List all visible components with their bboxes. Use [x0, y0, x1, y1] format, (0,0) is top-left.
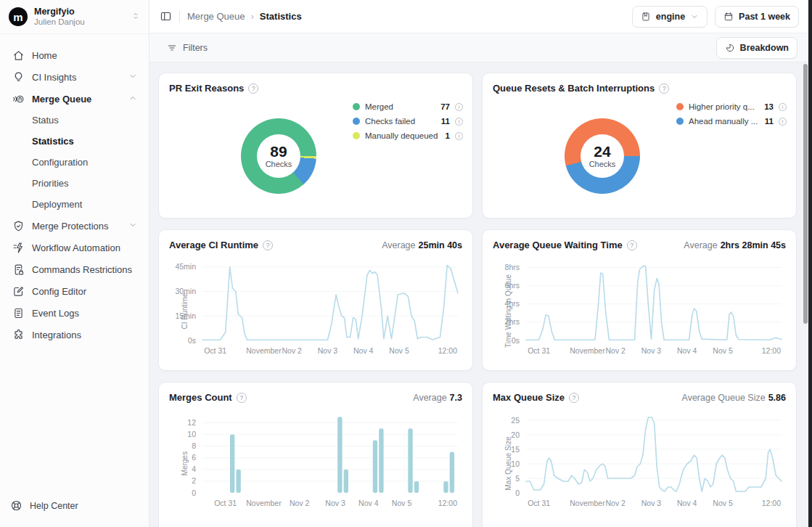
card-title: Max Queue Size — [493, 392, 565, 403]
svg-text:6: 6 — [192, 453, 196, 462]
card-queue-resets: Queue Resets & Batch Interruptions ? 24 … — [482, 73, 797, 218]
home-icon — [12, 49, 25, 62]
sidebar-item-status[interactable]: Status — [6, 110, 143, 131]
panel-icon — [160, 10, 172, 23]
svg-text:Nov 4: Nov 4 — [677, 499, 697, 507]
info-icon[interactable]: i — [455, 118, 463, 126]
card-average-queue-waiting-time: Average Queue Waiting Time ? Average2hrs… — [482, 229, 797, 371]
sidebar-item-integrations[interactable]: Integrations — [6, 324, 143, 346]
sidebar-item-configuration[interactable]: Configuration — [6, 152, 143, 173]
pr-exit-donut-chart[interactable]: 89 Checks — [241, 118, 316, 194]
breadcrumb: Merge Queue › Statistics — [187, 11, 625, 22]
lifebuoy-icon — [10, 499, 23, 512]
info-icon[interactable]: i — [455, 103, 463, 111]
breadcrumb-separator: › — [251, 11, 254, 22]
svg-text:25: 25 — [511, 416, 520, 425]
svg-text:Oct 31: Oct 31 — [528, 346, 550, 355]
topbar: Merge Queue › Statistics engine Past 1 w… — [149, 0, 812, 33]
help-icon[interactable]: ? — [237, 393, 247, 403]
sidebar-item-statistics[interactable]: Statistics — [6, 131, 143, 152]
sidebar-toggle-button[interactable] — [160, 10, 172, 23]
document-lines-icon — [12, 306, 25, 319]
filters-button[interactable]: Filters — [161, 39, 213, 57]
card-title: Average CI Runtime — [169, 240, 258, 250]
sidebar-item-merge-queue[interactable]: Merge Queue — [6, 88, 143, 110]
svg-text:6hrs: 6hrs — [505, 281, 520, 290]
legend-dot — [676, 103, 684, 110]
svg-text:20: 20 — [511, 430, 520, 439]
vertical-scrollbar[interactable] — [803, 64, 808, 324]
legend-item: Manually dequeued 1 i — [353, 128, 463, 143]
divider — [179, 11, 180, 23]
average-value: Average7.3 — [413, 393, 462, 403]
breakdown-button[interactable]: Breakdown — [716, 37, 797, 59]
breadcrumb-merge-queue[interactable]: Merge Queue — [187, 11, 245, 22]
help-icon[interactable]: ? — [659, 83, 669, 94]
queue-select-button[interactable]: engine — [632, 6, 708, 28]
sidebar-item-config-editor[interactable]: Config Editor — [6, 280, 143, 302]
window-edge — [808, 0, 812, 527]
date-range-button[interactable]: Past 1 week — [715, 6, 799, 28]
card-merges-count: Merges Count ? Average7.3 Merges 1210864… — [158, 382, 473, 527]
svg-text:Nov 2: Nov 2 — [282, 346, 302, 355]
svg-text:4: 4 — [192, 465, 196, 473]
sidebar-item-priorities[interactable]: Priorities — [6, 173, 143, 194]
card-pr-exit-reasons: PR Exit Reasons ? 89 Checks Merged — [158, 73, 473, 218]
ci-runtime-line-chart[interactable]: 45min30min15min0sOct 31NovemberNov 2Nov … — [169, 255, 464, 362]
svg-text:8: 8 — [192, 441, 196, 450]
sidebar-item-workflow-automation[interactable]: Workflow Automation — [6, 237, 143, 258]
sidebar-item-home[interactable]: Home — [6, 44, 143, 66]
sidebar-item-commands-restrictions[interactable]: Commands Restrictions — [6, 258, 143, 280]
svg-text:Nov 5: Nov 5 — [392, 499, 412, 507]
sidebar-nav: Home CI Insights Merge Queue Status Stat… — [0, 34, 149, 491]
help-icon[interactable]: ? — [248, 83, 258, 94]
svg-text:Nov 2: Nov 2 — [605, 499, 626, 507]
svg-text:10: 10 — [511, 459, 520, 468]
lightbulb-icon — [12, 70, 25, 83]
chevron-down-icon — [128, 72, 137, 83]
breadcrumb-statistics: Statistics — [260, 11, 302, 22]
svg-text:12:00: 12:00 — [438, 346, 457, 355]
sidebar-item-deployment[interactable]: Deployment — [6, 194, 143, 215]
svg-text:Nov 3: Nov 3 — [318, 346, 338, 355]
chevron-up-icon — [128, 94, 137, 105]
help-icon[interactable]: ? — [569, 393, 579, 403]
sidebar-item-merge-protections[interactable]: Merge Protections — [6, 215, 143, 237]
info-icon[interactable]: i — [779, 103, 787, 111]
legend-item: Higher priority q... 13 i — [676, 99, 787, 114]
help-icon[interactable]: ? — [627, 240, 637, 250]
legend-dot — [676, 118, 684, 125]
svg-text:November: November — [246, 499, 282, 507]
svg-text:0: 0 — [192, 489, 196, 497]
main-area: Merge Queue › Statistics engine Past 1 w… — [149, 0, 812, 527]
svg-text:12: 12 — [187, 418, 196, 427]
help-icon[interactable]: ? — [263, 240, 273, 250]
chevron-down-icon — [128, 221, 137, 232]
sidebar-item-ci-insights[interactable]: CI Insights — [6, 66, 143, 88]
average-value: Average Queue Size5.86 — [682, 393, 786, 403]
info-icon[interactable]: i — [455, 132, 463, 140]
svg-text:5: 5 — [515, 474, 520, 483]
queue-waiting-line-chart[interactable]: 8hrs6hrs4hrs2hrs0sOct 31NovemberNov 2Nov… — [493, 255, 787, 362]
svg-text:November: November — [246, 346, 282, 355]
puzzle-icon — [12, 328, 25, 341]
svg-text:Nov 4: Nov 4 — [353, 346, 374, 355]
max-queue-size-line-chart[interactable]: 2520151050Oct 31NovemberNov 2Nov 3Nov 4N… — [493, 407, 787, 515]
edit-pencil-icon — [12, 285, 25, 298]
svg-text:Oct 31: Oct 31 — [528, 499, 550, 507]
legend-dot — [353, 103, 360, 110]
org-switcher[interactable]: m Mergifyio Julien Danjou — [0, 0, 149, 34]
pie-chart-icon — [725, 43, 735, 53]
queue-resets-donut-chart[interactable]: 24 Checks — [565, 118, 640, 194]
info-icon[interactable]: i — [779, 118, 787, 126]
sidebar-item-event-logs[interactable]: Event Logs — [6, 302, 143, 324]
card-title: Merges Count — [169, 392, 232, 403]
org-user: Julien Danjou — [34, 17, 125, 27]
chevron-down-icon — [690, 12, 699, 21]
merges-count-bar-chart[interactable]: 121086420Oct 31NovemberNov 2Nov 3Nov 4No… — [169, 407, 464, 515]
svg-text:12:00: 12:00 — [762, 346, 781, 355]
app-window: m Mergifyio Julien Danjou Home CI Insigh… — [0, 0, 812, 527]
svg-text:30min: 30min — [175, 287, 196, 295]
org-name: Mergifyio — [34, 7, 125, 17]
help-center-button[interactable]: Help Center — [10, 499, 139, 512]
